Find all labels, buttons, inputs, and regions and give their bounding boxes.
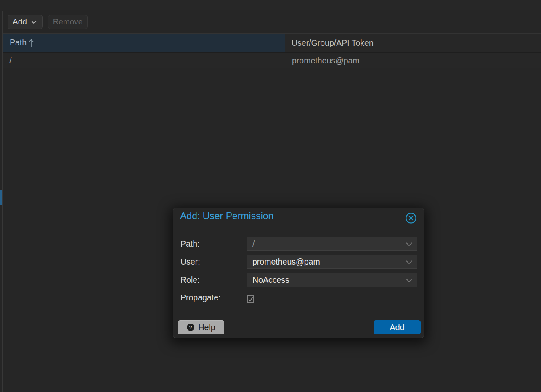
svg-text:?: ? xyxy=(189,325,193,331)
